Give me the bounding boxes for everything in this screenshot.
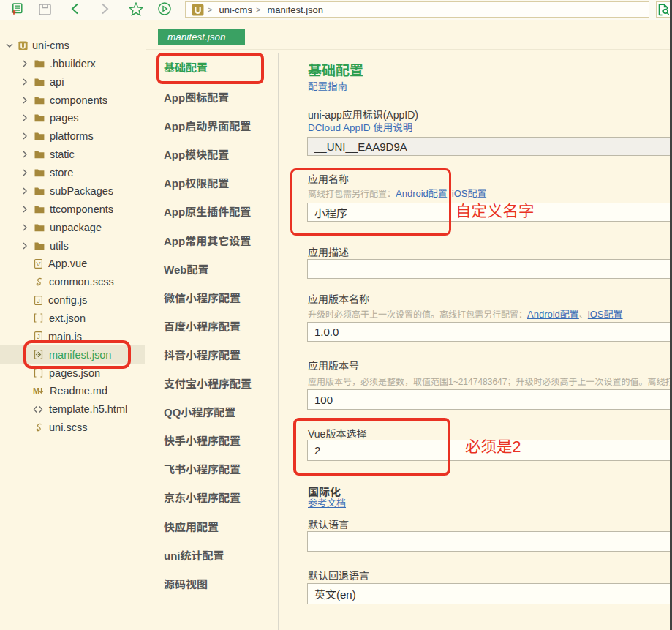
svg-text:J: J bbox=[37, 296, 40, 304]
svg-text:J: J bbox=[37, 333, 40, 340]
svg-text:V: V bbox=[36, 260, 40, 268]
svg-text:M: M bbox=[33, 386, 39, 395]
